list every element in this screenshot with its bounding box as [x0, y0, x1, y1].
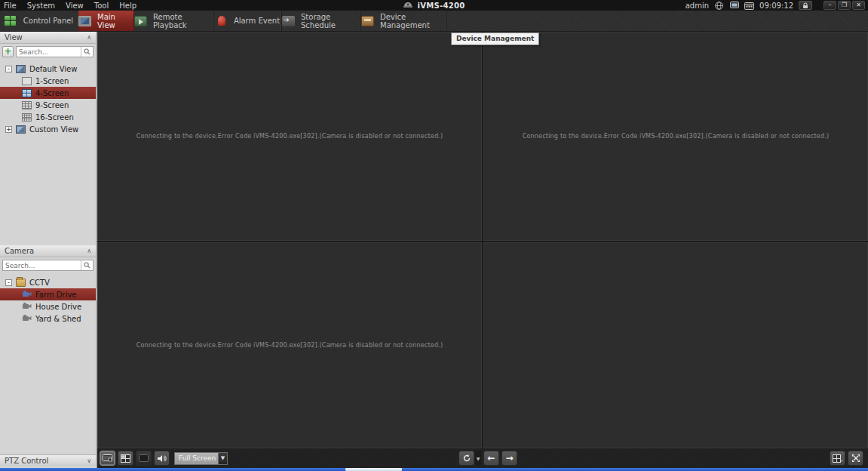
chevron-up-icon[interactable]: ∧	[87, 34, 91, 41]
collapse-expander-icon[interactable]: -	[5, 66, 12, 72]
add-view-button[interactable]: +	[2, 46, 14, 57]
clock-time: 09:09:12	[759, 2, 793, 10]
previous-page-button[interactable]: ←	[483, 451, 499, 466]
volume-icon[interactable]	[154, 451, 170, 466]
search-icon[interactable]	[81, 47, 93, 57]
minimize-button[interactable]: –	[824, 1, 836, 10]
lock-icon[interactable]	[799, 1, 812, 10]
video-grid: Connecting to the device.Error Code iVMS…	[97, 32, 868, 448]
menu-view[interactable]: View	[66, 2, 84, 10]
main-view-icon	[78, 16, 91, 26]
menu-system[interactable]: System	[27, 2, 55, 10]
camera-icon	[22, 302, 32, 312]
view-search-box	[16, 46, 94, 57]
windows-taskbar-strip	[0, 468, 868, 471]
restore-button[interactable]: ❐	[838, 1, 851, 10]
folder-icon	[16, 279, 26, 287]
connection-error-message: Connecting to the device.Error Code iVMS…	[129, 133, 451, 140]
tab-storage-schedule[interactable]: Storage Schedule	[282, 11, 361, 31]
connection-error-message: Connecting to the device.Error Code iVMS…	[515, 133, 837, 140]
menubar: File System View Tool Help	[0, 2, 136, 10]
screen-1-icon	[22, 77, 32, 85]
search-icon[interactable]	[81, 260, 93, 270]
control-panel-icon	[5, 16, 17, 26]
screen-icon[interactable]	[729, 2, 739, 10]
camera-icon	[22, 290, 32, 300]
toolbar-right-group	[827, 451, 863, 466]
tab-control-panel[interactable]: Control Panel	[0, 11, 78, 31]
collapse-expander-icon[interactable]: -	[5, 279, 12, 286]
fullscreen-icon[interactable]	[848, 451, 863, 466]
close-button[interactable]: ✕	[852, 1, 865, 10]
camera-tree-item-farm-drive[interactable]: Farm Drive	[0, 288, 96, 300]
tab-remote-playback[interactable]: Remote Playback	[134, 11, 214, 31]
titlebar-right: admin 09:09:12 – ❐ ✕	[686, 0, 865, 11]
view-tree-item-1-screen[interactable]: 1-Screen	[0, 75, 96, 87]
camera-panel: Camera ∧ - CCTV	[0, 245, 96, 325]
device-management-icon	[361, 16, 374, 26]
ptz-control-panel-header[interactable]: PTZ Control ∨	[0, 454, 96, 466]
main-tabbar: Control Panel Main View Remote Playback …	[0, 11, 868, 32]
window-controls: – ❐ ✕	[824, 1, 865, 10]
view-tree-item-16-screen[interactable]: 16-Screen	[0, 111, 96, 123]
view-icon	[16, 65, 26, 73]
screen-mode-select[interactable]: Full Screen ▼	[174, 452, 228, 465]
view-search-input[interactable]	[17, 48, 81, 56]
calendar-icon[interactable]	[744, 2, 754, 10]
menu-help[interactable]: Help	[119, 2, 136, 10]
camera-panel-header[interactable]: Camera ∧	[0, 245, 96, 257]
video-pane-top-right[interactable]: Connecting to the device.Error Code iVMS…	[483, 32, 868, 241]
connection-error-message: Connecting to the device.Error Code iVMS…	[129, 342, 451, 349]
view-tree-item-custom-view[interactable]: + Custom View	[0, 123, 96, 135]
camera-tree-item-cctv[interactable]: - CCTV	[0, 276, 96, 288]
view-tree-item-9-screen[interactable]: 9-Screen	[0, 99, 96, 111]
alarm-event-icon	[218, 16, 225, 26]
tab-main-view[interactable]: Main View	[78, 11, 134, 31]
app-logo-icon	[403, 2, 413, 10]
camera-search-input[interactable]	[3, 262, 81, 269]
custom-view-icon	[16, 125, 26, 134]
menu-tool[interactable]: Tool	[94, 2, 109, 10]
resume-options-dropdown-icon[interactable]: ▼	[475, 451, 481, 466]
resume-all-button[interactable]	[459, 451, 474, 466]
camera-tree-item-yard-shed[interactable]: Yard & Shed	[0, 312, 96, 325]
remote-playback-icon	[134, 16, 147, 26]
view-tree: - Default View 1-Screen 4-Screen 9-Scree…	[0, 60, 96, 135]
video-pane-top-left[interactable]: Connecting to the device.Error Code iVMS…	[97, 32, 482, 241]
tab-alarm-event[interactable]: Alarm Event	[214, 11, 282, 31]
screen-mode-value: Full Screen	[174, 452, 218, 465]
next-page-button[interactable]: →	[501, 451, 517, 466]
titlebar: File System View Tool Help iVMS-4200 adm…	[0, 0, 868, 11]
camera-tree-item-house-drive[interactable]: House Drive	[0, 300, 96, 312]
view-panel-header[interactable]: View ∧	[0, 32, 96, 44]
chevron-up-icon[interactable]: ∧	[87, 248, 91, 254]
view-tree-item-default-view[interactable]: - Default View	[0, 63, 96, 75]
taskbar-window-notch	[345, 468, 402, 471]
logged-in-user: admin	[686, 2, 709, 10]
left-sidebar: View ∧ + - Default View 1-Screen	[0, 32, 96, 468]
playback-nav-group: ▼ ← →	[456, 451, 517, 466]
layout-select-button[interactable]	[830, 451, 845, 466]
camera-search-box	[2, 260, 94, 271]
chevron-down-icon[interactable]: ∨	[87, 457, 91, 464]
chevron-down-icon[interactable]: ▼	[218, 452, 228, 465]
ivms-4200-window: File System View Tool Help iVMS-4200 adm…	[0, 0, 868, 471]
split-layout-button[interactable]	[118, 451, 133, 466]
expand-expander-icon[interactable]: +	[5, 126, 12, 133]
tab-device-management[interactable]: Device Management	[361, 11, 447, 31]
video-pane-bottom-left[interactable]: Connecting to the device.Error Code iVMS…	[97, 242, 482, 448]
app-title-text: iVMS-4200	[417, 2, 465, 10]
stop-all-button[interactable]	[136, 451, 152, 466]
menu-file[interactable]: File	[4, 2, 17, 10]
view-tree-item-4-screen[interactable]: 4-Screen	[0, 87, 96, 99]
video-pane-bottom-right[interactable]	[483, 242, 868, 448]
app-title: iVMS-4200	[403, 2, 465, 10]
camera-tree: - CCTV Farm Drive House Drive	[0, 273, 96, 325]
device-management-tooltip: Device Management	[451, 32, 539, 45]
save-view-button[interactable]	[100, 451, 115, 466]
screen-4-icon	[22, 89, 32, 97]
storage-schedule-icon	[282, 16, 295, 26]
camera-icon	[22, 314, 32, 324]
globe-icon[interactable]	[714, 2, 724, 10]
video-toolbar: Full Screen ▼ ▼ ← →	[97, 448, 868, 468]
